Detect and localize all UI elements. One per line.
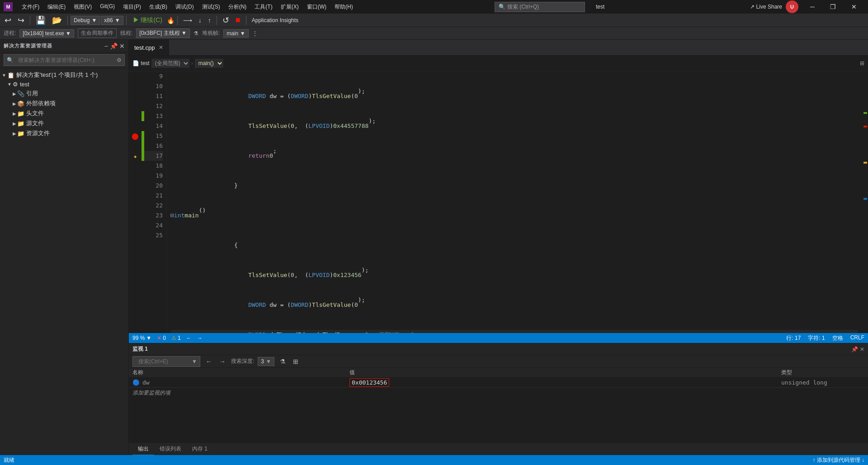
menu-analyze[interactable]: 分析(N) xyxy=(225,2,250,12)
sidebar-close-btn[interactable]: ✕ xyxy=(119,42,125,50)
thread-dropdown[interactable]: [0x3BFC] 主线程 ▼ xyxy=(136,28,190,38)
minimize-button[interactable]: ─ xyxy=(802,0,823,14)
menu-help[interactable]: 帮助(H) xyxy=(331,2,357,12)
restart-btn[interactable]: ↺ xyxy=(220,14,232,26)
menu-extensions[interactable]: 扩展(X) xyxy=(277,2,302,12)
code-line-10: TlsSetValue(0, (LPVOID)0x44557788); xyxy=(170,121,858,131)
filter-btn[interactable]: ⚗ xyxy=(193,30,198,37)
debug-config-dropdown[interactable]: Debug ▼ xyxy=(71,16,100,25)
breadcrumb-sep: › xyxy=(191,60,193,66)
sidebar-item-external-deps[interactable]: ▶ 📦 外部依赖项 xyxy=(0,99,128,108)
watch-add-row[interactable]: 添加要监视的项 xyxy=(129,388,868,398)
resources-icon: 📁 xyxy=(17,130,24,137)
step-over-btn[interactable]: ⟶ xyxy=(180,16,195,25)
watch-filter-btn[interactable]: ⚗ xyxy=(278,357,288,366)
debug-config-label: Debug xyxy=(74,17,90,23)
watch-pin-btn[interactable]: 📌 xyxy=(851,346,858,352)
code-line-11: return 0; xyxy=(170,151,858,161)
test-expand-icon: ▼ xyxy=(7,82,12,87)
watch-table-header: 名称 值 类型 xyxy=(129,368,868,378)
watch-value-dw[interactable]: 0x00123456 xyxy=(346,378,778,387)
debug-config-arrow: ▼ xyxy=(91,17,97,23)
user-avatar[interactable]: U xyxy=(786,0,798,13)
global-search-box[interactable]: 🔍 搜索 (Ctrl+Q) xyxy=(495,2,585,12)
sidebar-collapse-btn[interactable]: − xyxy=(104,42,108,50)
menu-tools[interactable]: 工具(T) xyxy=(251,2,276,12)
sidebar-item-test-project[interactable]: ▼ ⚙ test xyxy=(0,80,128,89)
stack-extra-btn[interactable]: ⋮ xyxy=(252,30,258,37)
open-btn[interactable]: 📂 xyxy=(49,14,65,26)
sidebar-item-resources[interactable]: ▶ 📁 资源文件 xyxy=(0,128,128,138)
process-dropdown[interactable]: [0x1840] test.exe ▼ xyxy=(19,29,74,38)
stop-btn[interactable]: ■ xyxy=(233,14,243,26)
menu-project[interactable]: 项目(P) xyxy=(119,2,145,12)
watch-close-btn[interactable]: ✕ xyxy=(860,346,864,352)
scope-dropdown[interactable]: (全局范围) xyxy=(151,59,189,68)
menu-edit[interactable]: 编辑(E) xyxy=(44,2,69,12)
add-to-source-control[interactable]: ↑ 添加到源代码管理 ↓ xyxy=(812,456,864,464)
sidebar-item-headers[interactable]: ▶ 📁 头文件 xyxy=(0,108,128,118)
thread-arrow: ▼ xyxy=(181,30,187,36)
hot-reload-btn[interactable]: 🔥 xyxy=(167,17,175,24)
process-label: 进程: xyxy=(4,29,16,37)
undo-btn[interactable]: ↩ xyxy=(2,14,14,26)
sidebar-search-options-btn[interactable]: ⚙ xyxy=(117,57,122,63)
code-editor[interactable]: ⬤ ⬥ xyxy=(129,71,868,343)
live-share-button[interactable]: ↗ Live Share xyxy=(750,4,782,10)
watch-row-dw[interactable]: 🔵 dw 0x00123456 unsigned long xyxy=(129,378,868,388)
menu-debug[interactable]: 调试(D) xyxy=(172,2,198,12)
menu-bar: 文件(F) 编辑(E) 视图(V) Git(G) 项目(P) 生成(B) 调试(… xyxy=(18,2,357,12)
watch-depth-label: 搜索深度: xyxy=(231,357,254,365)
tab-memory[interactable]: 内存 1 xyxy=(187,443,213,455)
tab-error-list[interactable]: 错误列表 xyxy=(154,443,187,455)
watch-search-input[interactable] xyxy=(136,357,190,366)
tab-close-test-cpp[interactable]: ✕ xyxy=(159,44,163,51)
watch-nav-forward[interactable]: → xyxy=(217,357,227,366)
code-lines[interactable]: DWORD dw = (DWORD)TlsGetValue(0); TlsSet… xyxy=(167,71,862,333)
errors-status[interactable]: ✕ 0 xyxy=(157,335,166,341)
external-deps-label: 外部依赖项 xyxy=(26,99,56,108)
stack-dropdown[interactable]: main ▼ xyxy=(223,29,248,38)
step-into-btn[interactable]: ↓ xyxy=(196,16,204,25)
warnings-status[interactable]: ⚠ 1 xyxy=(171,335,181,341)
menu-window[interactable]: 窗口(W) xyxy=(303,2,330,12)
platform-dropdown[interactable]: x86 ▼ xyxy=(101,16,123,25)
nav-forward-btn[interactable]: → xyxy=(197,335,203,341)
redo-btn[interactable]: ↪ xyxy=(15,14,27,26)
sidebar-item-source[interactable]: ▶ 📁 源文件 xyxy=(0,118,128,128)
function-dropdown[interactable]: main() xyxy=(195,59,223,68)
error-marker xyxy=(863,126,867,127)
sidebar-pin-btn[interactable]: 📌 xyxy=(110,42,118,50)
resources-label: 资源文件 xyxy=(26,129,50,137)
col-name: 名称 xyxy=(129,368,346,377)
menu-test[interactable]: 测试(S) xyxy=(198,2,224,12)
platform-arrow: ▼ xyxy=(115,17,120,23)
nav-back-btn[interactable]: ← xyxy=(186,335,192,341)
menu-file[interactable]: 文件(F) xyxy=(18,2,43,12)
save-btn[interactable]: 💾 xyxy=(33,14,48,26)
solution-icon: 📋 xyxy=(7,72,14,79)
sidebar-item-references[interactable]: ▶ 📎 引用 xyxy=(0,89,128,99)
app-insights-btn[interactable]: Application Insights xyxy=(249,16,301,24)
tab-output[interactable]: 输出 xyxy=(132,443,154,455)
watch-nav-back[interactable]: ← xyxy=(204,357,214,366)
menu-view[interactable]: 视图(V) xyxy=(70,2,95,12)
tab-test-cpp[interactable]: test.cpp ✕ xyxy=(129,40,169,55)
close-button[interactable]: ✕ xyxy=(844,0,864,14)
step-out-btn[interactable]: ↑ xyxy=(205,16,214,25)
sidebar-search-input[interactable] xyxy=(15,56,115,65)
sidebar-item-solution[interactable]: ▼ 📋 解决方案'test'(1 个项目/共 1 个) xyxy=(0,70,128,80)
editor-split-btn[interactable]: ⊞ xyxy=(860,60,864,66)
sidebar-search-area: 🔍 ⚙ xyxy=(0,52,128,68)
row-col-status: 行: 17 xyxy=(786,334,801,342)
zoom-status[interactable]: 99 % ▼ xyxy=(132,335,151,341)
menu-build[interactable]: 生成(B) xyxy=(146,2,171,12)
source-expand-icon: ▶ xyxy=(13,121,16,126)
watch-expand-btn[interactable]: ⊞ xyxy=(291,357,300,366)
code-line-12: } xyxy=(170,181,858,191)
lifetime-btn[interactable]: 生命周期事件 xyxy=(78,28,117,38)
ref-expand-icon: ▶ xyxy=(13,91,16,96)
menu-git[interactable]: Git(G) xyxy=(96,2,118,12)
maximize-button[interactable]: ❐ xyxy=(823,0,844,14)
continue-button[interactable]: ▶ 继续(C) xyxy=(129,15,166,25)
